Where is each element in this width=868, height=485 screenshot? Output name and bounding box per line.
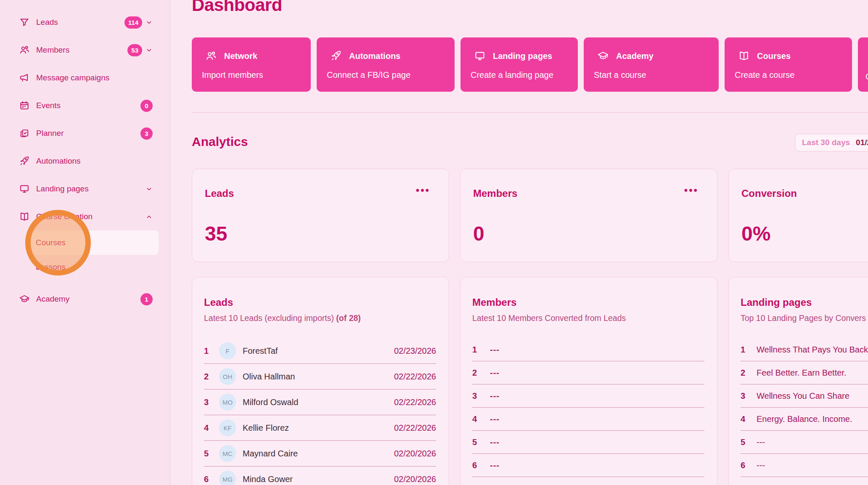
- stat-title: Conversion: [741, 188, 797, 199]
- avatar: F: [219, 342, 236, 359]
- lead-row[interactable]: 3 MO Milford Oswald 02/22/2026: [204, 390, 436, 415]
- leads-stat-card: Leads ••• 35: [192, 169, 449, 262]
- sidebar-item-course-creation[interactable]: Course creation: [0, 203, 170, 231]
- avatar: OH: [219, 368, 236, 385]
- sidebar-item-label: Message campaigns: [36, 73, 109, 82]
- lists-row: Leads Latest 10 Leads (excluding imports…: [192, 277, 868, 485]
- action-title: Automations: [349, 51, 400, 61]
- landing-page-row: 5 ---: [741, 431, 868, 454]
- automations-action-card[interactable]: Automations Connect a FB/IG page: [317, 37, 455, 92]
- sidebar-item-label: Events: [36, 101, 61, 110]
- sidebar-item-members[interactable]: Members 53: [0, 36, 170, 64]
- section-divider: [192, 112, 868, 113]
- stat-value: 0%: [741, 222, 770, 245]
- landing-page-row[interactable]: 2 Feel Better. Earn Better.: [741, 361, 868, 384]
- sidebar-item-landing-pages[interactable]: Landing pages: [0, 175, 170, 203]
- member-row: 3 ---: [472, 384, 704, 408]
- chevron-down-icon[interactable]: [146, 186, 153, 193]
- landing-page-row[interactable]: 1 Wellness That Pays You Back: [741, 338, 868, 361]
- lead-row[interactable]: 5 MC Maynard Caire 02/20/2026: [204, 441, 436, 466]
- monitor-icon: [19, 183, 30, 194]
- sidebar-item-label: Planner: [36, 129, 64, 138]
- member-row: 5 ---: [472, 431, 704, 454]
- action-title: Network: [224, 51, 257, 61]
- landing-page-row[interactable]: 4 Energy. Balance. Income.: [741, 408, 868, 431]
- conversion-stat-card: Conversion 0%: [728, 169, 868, 262]
- sidebar-item-label: Leads: [36, 18, 58, 27]
- sidebar-item-label: Members: [36, 45, 69, 55]
- rocket-icon: [330, 50, 342, 62]
- date-range-label: Last 30 days: [802, 138, 850, 147]
- main-content: Dashboard Network Import members Automat…: [170, 0, 868, 485]
- sidebar-item-events[interactable]: Events 0: [0, 92, 170, 119]
- date-range-filter[interactable]: Last 30 days 01/2: [795, 134, 868, 151]
- action-title: Landing pages: [493, 51, 552, 61]
- ellipsis-menu-icon[interactable]: •••: [684, 184, 699, 196]
- clipboard-check-icon: [19, 128, 30, 139]
- avatar: KF: [219, 419, 236, 436]
- member-row: 6 ---: [472, 454, 704, 477]
- sidebar-item-leads[interactable]: Leads 114: [0, 8, 170, 36]
- sidebar-item-automations[interactable]: Automations: [0, 147, 170, 175]
- courses-action-card[interactable]: Courses Create a course: [725, 37, 852, 92]
- avatar: MO: [219, 394, 236, 411]
- lead-row[interactable]: 4 KF Kellie Florez 02/22/2026: [204, 415, 436, 441]
- book-icon: [738, 50, 750, 62]
- partial-action-card[interactable]: C: [858, 37, 868, 92]
- landing-pages-action-card[interactable]: Landing pages Create a landing page: [460, 37, 578, 92]
- action-subtitle: Create a course: [735, 70, 842, 80]
- planner-count-badge: 3: [140, 127, 153, 140]
- lead-row[interactable]: 2 OH Oliva Hallman 02/22/2026: [204, 364, 436, 390]
- graduation-cap-icon: [19, 294, 30, 305]
- filter-icon: [19, 17, 30, 28]
- action-subtitle: Connect a FB/IG page: [327, 70, 445, 80]
- academy-count-badge: 1: [140, 293, 153, 305]
- monitor-icon: [474, 50, 486, 62]
- members-list-card: Members Latest 10 Members Converted from…: [460, 277, 717, 485]
- people-icon: [19, 45, 30, 56]
- action-subtitle: Start a course: [594, 70, 709, 80]
- member-row: 4 ---: [472, 408, 704, 431]
- list-title: Landing pages: [741, 297, 868, 308]
- sidebar: . . . Leads 114 Members 53 Message campa…: [0, 0, 170, 485]
- list-subtitle: Latest 10 Members Converted from Leads: [472, 313, 704, 323]
- sidebar-subitem-courses[interactable]: Courses: [30, 231, 159, 255]
- lead-row[interactable]: 6 MG Minda Gower 02/20/2026: [204, 466, 436, 485]
- members-stat-card: Members ••• 0: [460, 169, 717, 262]
- sidebar-subitem-lessons[interactable]: Lessons: [30, 255, 159, 279]
- list-subtitle: Top 10 Landing Pages by Convers: [741, 313, 868, 323]
- sidebar-item-label: Landing pages: [36, 184, 89, 193]
- avatar: MG: [219, 471, 236, 485]
- landing-page-row[interactable]: 3 Wellness You Can Share: [741, 384, 868, 408]
- list-subtitle: Latest 10 Leads (excluding imports) (of …: [204, 313, 436, 323]
- clipped-nav-item: . . .: [14, 0, 77, 3]
- sidebar-subitem-label: Courses: [36, 238, 66, 247]
- sidebar-item-academy[interactable]: Academy 1: [0, 285, 170, 313]
- sidebar-item-planner[interactable]: Planner 3: [0, 119, 170, 147]
- quick-actions-row: Network Import members Automations Conne…: [192, 37, 868, 92]
- member-row: 2 ---: [472, 361, 704, 384]
- chevron-up-icon[interactable]: [146, 213, 153, 220]
- events-count-badge: 0: [140, 100, 153, 112]
- action-title: Courses: [757, 51, 791, 61]
- rocket-icon: [19, 156, 30, 167]
- leads-list-card: Leads Latest 10 Leads (excluding imports…: [192, 277, 449, 485]
- stat-value: 35: [205, 222, 227, 245]
- academy-action-card[interactable]: Academy Start a course: [584, 37, 719, 92]
- lead-row[interactable]: 1 F ForestTaf 02/23/2026: [204, 338, 436, 364]
- book-icon: [19, 211, 30, 222]
- action-subtitle: C: [865, 72, 868, 82]
- graduation-cap-icon: [597, 50, 609, 62]
- chevron-down-icon[interactable]: [146, 19, 153, 26]
- calendar-icon: [19, 100, 30, 111]
- sidebar-item-message-campaigns[interactable]: Message campaigns: [0, 64, 170, 92]
- sidebar-item-label: Automations: [36, 156, 81, 166]
- leads-count-badge: 114: [124, 16, 142, 29]
- ellipsis-menu-icon[interactable]: •••: [416, 184, 430, 196]
- chevron-down-icon[interactable]: [146, 47, 153, 54]
- member-row: 1 ---: [472, 338, 704, 361]
- action-subtitle: Import members: [202, 70, 301, 80]
- date-range-value: 01/2: [856, 138, 868, 147]
- network-action-card[interactable]: Network Import members: [192, 37, 311, 92]
- avatar: MC: [219, 445, 236, 462]
